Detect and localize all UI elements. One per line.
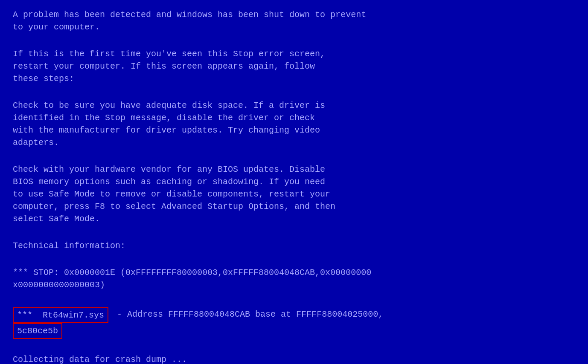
bios-line2: BIOS memory options such as caching or s… xyxy=(13,176,575,188)
intro-section: A problem has been detected and windows … xyxy=(13,9,575,33)
intro-line1: A problem has been detected and windows … xyxy=(13,9,575,21)
bios-line4: computer, press F8 to select Advanced St… xyxy=(13,200,575,213)
bios-line3: to use Safe Mode to remove or disable co… xyxy=(13,188,575,200)
technical-section: Technical information: xyxy=(13,240,575,252)
blank6 xyxy=(13,299,575,306)
driver-info-line2: 5c80ce5b xyxy=(13,323,575,339)
disk-line3: with the manufacturer for driver updates… xyxy=(13,124,575,136)
blank5 xyxy=(13,260,575,266)
disk-line1: Check to be sure you have adequate disk … xyxy=(13,99,575,112)
dump-line1: Collecting data for crash dump ... xyxy=(13,353,575,364)
disk-line2: identified in the Stop message, disable … xyxy=(13,112,575,124)
bios-line5: select Safe Mode. xyxy=(13,213,575,225)
disk-line4: adapters. xyxy=(13,136,575,149)
disk-space-section: Check to be sure you have adequate disk … xyxy=(13,99,575,149)
blank2 xyxy=(13,92,575,99)
first-time-line3: these steps: xyxy=(13,72,575,85)
technical-header: Technical information: xyxy=(13,240,575,252)
blank4 xyxy=(13,233,575,240)
stop-code-line2: x0000000000000003) xyxy=(13,279,575,291)
driver-info-line1: *** Rt64win7.sys - Address FFFFF88004048… xyxy=(13,307,575,323)
bsod-screen: A problem has been detected and windows … xyxy=(0,0,588,364)
bios-line1: Check with your hardware vendor for any … xyxy=(13,163,575,176)
driver-date-highlighted: 5c80ce5b xyxy=(13,323,62,339)
stop-code-line1: *** STOP: 0x0000001E (0xFFFFFFFF80000003… xyxy=(13,266,575,279)
blank7 xyxy=(13,347,575,353)
driver-filename-highlighted: *** Rt64win7.sys xyxy=(13,307,108,323)
first-time-line1: If this is the first time you've seen th… xyxy=(13,48,575,60)
intro-line2: to your computer. xyxy=(13,21,575,33)
dump-section: Collecting data for crash dump ... Initi… xyxy=(13,353,575,364)
first-time-section: If this is the first time you've seen th… xyxy=(13,48,575,85)
first-time-line2: restart your computer. If this screen ap… xyxy=(13,60,575,72)
bios-section: Check with your hardware vendor for any … xyxy=(13,163,575,225)
blank3 xyxy=(13,156,575,163)
driver-section: *** Rt64win7.sys - Address FFFFF88004048… xyxy=(13,307,575,339)
blank1 xyxy=(13,41,575,48)
stop-code-section: *** STOP: 0x0000001E (0xFFFFFFFF80000003… xyxy=(13,266,575,291)
driver-address-info: - Address FFFFF88004048CAB base at FFFFF… xyxy=(108,307,387,321)
